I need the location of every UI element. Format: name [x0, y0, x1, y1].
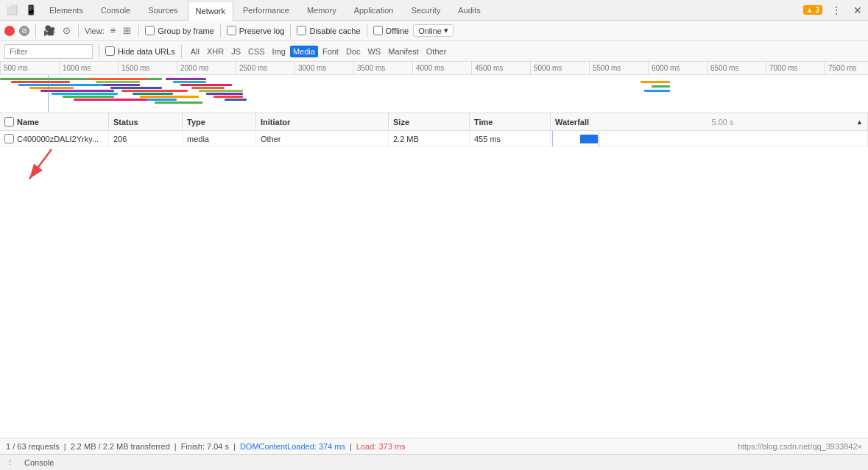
- th-type[interactable]: Type: [183, 113, 256, 130]
- filter-btn-manifest[interactable]: Manifest: [385, 46, 422, 57]
- ruler-tick: 6500 ms: [707, 62, 766, 74]
- tab-security[interactable]: Security: [403, 0, 448, 20]
- ruler-tick: 5500 ms: [589, 62, 648, 74]
- ruler-tick: 4500 ms: [471, 62, 530, 74]
- filter-btn-xhr[interactable]: XHR: [204, 46, 227, 57]
- sep2: [78, 24, 79, 38]
- table-body: C400000zDALI2Yrky... 206 media Other 2.2…: [0, 131, 868, 470]
- th-status[interactable]: Status: [109, 113, 183, 130]
- tab-list: ⬜ 📱 Elements Console Sources Network Per…: [3, 0, 489, 20]
- filter-btn-all[interactable]: All: [188, 46, 202, 57]
- timeline-vline: [48, 75, 49, 112]
- ruler-tick: 5000 ms: [530, 62, 589, 74]
- select-all-checkbox[interactable]: [4, 117, 14, 127]
- list-view-icon[interactable]: ≡: [109, 24, 118, 37]
- disable-cache-checkbox[interactable]: [297, 26, 306, 35]
- network-toolbar: ⊘ 🎥 ⊙ View: ≡ ⊞ Group by frame Preserve …: [0, 21, 868, 41]
- tab-memory[interactable]: Memory: [299, 0, 345, 20]
- console-tab-bar: ⋮ Console: [0, 454, 868, 470]
- disable-cache-group: Disable cache: [297, 26, 360, 35]
- grid-view-icon[interactable]: ⊞: [121, 24, 133, 37]
- filter-btn-css[interactable]: CSS: [245, 46, 268, 57]
- tab-sources[interactable]: Sources: [140, 0, 186, 20]
- url-display: https://blog.csdn.net/qq_3933842×: [738, 442, 862, 451]
- filter-input[interactable]: [4, 44, 93, 59]
- timeline: 500 ms1000 ms1500 ms2000 ms2500 ms3000 m…: [0, 62, 868, 113]
- record-button[interactable]: [4, 26, 15, 36]
- dom-content-loaded: DOMContentLoaded: 374 ms: [240, 442, 345, 451]
- preserve-log-label[interactable]: Preserve log: [239, 26, 285, 35]
- table-row[interactable]: C400000zDALI2Yrky... 206 media Other 2.2…: [0, 131, 868, 147]
- offline-label[interactable]: Offline: [386, 26, 409, 35]
- hide-data-urls-group: Hide data URLs: [105, 46, 175, 56]
- td-initiator: Other: [256, 131, 389, 146]
- ruler-tick: 7000 ms: [766, 62, 825, 74]
- filter-btn-media[interactable]: Media: [290, 46, 318, 57]
- tab-console[interactable]: Console: [93, 0, 138, 20]
- td-time: 455 ms: [470, 131, 551, 146]
- group-by-frame-label[interactable]: Group by frame: [158, 26, 214, 35]
- tab-network[interactable]: Network: [188, 1, 233, 21]
- view-label: View:: [85, 26, 105, 35]
- td-name: C400000zDALI2Yrky...: [0, 131, 109, 146]
- tab-elements[interactable]: Elements: [41, 0, 91, 20]
- tab-audits[interactable]: Audits: [450, 0, 489, 20]
- th-name[interactable]: Name: [0, 113, 109, 130]
- devtools-window: ⬜ 📱 Elements Console Sources Network Per…: [0, 0, 868, 470]
- hide-data-urls-label[interactable]: Hide data URLs: [118, 47, 175, 56]
- th-time[interactable]: Time: [470, 113, 551, 130]
- ruler-tick: 1000 ms: [59, 62, 118, 74]
- status-bar: 1 / 63 requests | 2.2 MB / 2.2 MB transf…: [0, 438, 868, 454]
- clear-button[interactable]: ⊘: [19, 26, 29, 36]
- online-dropdown[interactable]: Online ▾: [413, 24, 454, 37]
- sep5: [290, 24, 291, 38]
- ruler-tick: 4000 ms: [412, 62, 471, 74]
- th-waterfall[interactable]: Waterfall 5.00 s ▲: [551, 113, 868, 130]
- filter-sep1: [99, 45, 99, 58]
- preserve-log-group: Preserve log: [227, 26, 285, 35]
- tab-bar: ⬜ 📱 Elements Console Sources Network Per…: [0, 0, 868, 21]
- filter-btn-doc[interactable]: Doc: [343, 46, 364, 57]
- sep-requests: |: [64, 442, 66, 451]
- th-size[interactable]: Size: [389, 113, 470, 130]
- disable-cache-label[interactable]: Disable cache: [309, 26, 360, 35]
- td-status: 206: [109, 131, 183, 146]
- console-tab-more-icon[interactable]: ⋮: [3, 456, 17, 469]
- filter-btn-js[interactable]: JS: [228, 46, 244, 57]
- camera-icon[interactable]: 🎥: [42, 24, 57, 37]
- ruler-tick: 7500 ms: [825, 62, 868, 74]
- tab-console-bottom[interactable]: Console: [17, 457, 61, 469]
- dropdown-icon: ▾: [444, 26, 448, 35]
- timeline-bars: [0, 75, 868, 112]
- row-checkbox[interactable]: [4, 134, 14, 143]
- ruler-tick: 3500 ms: [353, 62, 412, 74]
- waterfall-vline-left: [552, 131, 553, 146]
- filter-icon[interactable]: ⊙: [61, 24, 72, 37]
- tab-performance[interactable]: Performance: [235, 0, 297, 20]
- close-button[interactable]: ✕: [850, 3, 865, 18]
- group-by-frame-checkbox[interactable]: [145, 26, 155, 35]
- tab-application[interactable]: Application: [346, 0, 402, 20]
- offline-group: Offline: [373, 26, 409, 35]
- sort-icon: ▲: [856, 118, 863, 126]
- inspect-icon[interactable]: ⬜: [3, 3, 21, 17]
- th-initiator[interactable]: Initiator: [256, 113, 389, 130]
- offline-checkbox[interactable]: [373, 26, 383, 35]
- sep-transferred: |: [174, 442, 177, 451]
- filter-row: Hide data URLs AllXHRJSCSSImgMediaFontDo…: [0, 41, 868, 62]
- filter-btn-font[interactable]: Font: [320, 46, 342, 57]
- load-time: Load: 373 ms: [356, 442, 406, 451]
- filter-btn-ws[interactable]: WS: [364, 46, 384, 57]
- preserve-log-checkbox[interactable]: [227, 26, 236, 35]
- hide-data-urls-checkbox[interactable]: [105, 46, 115, 56]
- more-button[interactable]: ⋮: [828, 3, 844, 18]
- waterfall-bar: [580, 135, 598, 143]
- ruler-tick: 3000 ms: [294, 62, 353, 74]
- device-icon[interactable]: 📱: [22, 3, 40, 17]
- filter-btn-other[interactable]: Other: [423, 46, 450, 57]
- waterfall-vline-right: [599, 131, 599, 146]
- filter-sep2: [181, 45, 182, 58]
- filter-btn-img[interactable]: Img: [269, 46, 289, 57]
- ruler-tick: 2500 ms: [236, 62, 294, 74]
- sep3: [138, 24, 139, 38]
